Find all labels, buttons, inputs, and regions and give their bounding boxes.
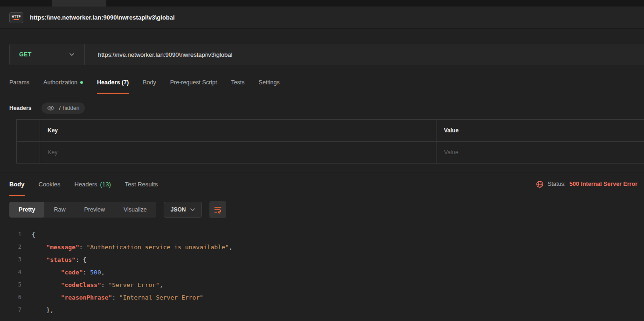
hidden-headers-label: 7 hidden: [58, 105, 79, 111]
request-title-url: https:\\nve.networker.lan:9090\nwrestapi…: [30, 14, 175, 21]
tab-label: Settings: [259, 79, 280, 86]
http-icon-label: HTTP: [12, 15, 21, 18]
line-number: 3: [0, 253, 21, 266]
request-url-bar: GET https:\\nve.networker.lan:9090\nwres…: [9, 44, 644, 65]
tab-tests[interactable]: Tests: [231, 71, 244, 94]
format-selector[interactable]: JSON: [164, 202, 202, 218]
chevron-down-icon: [190, 208, 195, 211]
headers-table: Key Value Key Value: [16, 119, 644, 164]
auth-configured-dot: [80, 81, 83, 84]
tab-label: Test Results: [125, 181, 158, 188]
headers-panel-title: Headers: [9, 105, 31, 111]
active-tab-indicator[interactable]: [52, 0, 106, 7]
response-tab-body[interactable]: Body: [9, 172, 25, 196]
tab-pre-request-script[interactable]: Pre-request Script: [170, 71, 217, 94]
view-raw-button[interactable]: Raw: [44, 202, 75, 218]
tab-label: Body: [143, 79, 156, 86]
wrap-lines-icon: [214, 205, 222, 214]
line-number: 5: [0, 279, 21, 291]
response-tabs-row: Body Cookies Headers (13) Test Results: [0, 172, 644, 196]
tab-label: Headers (7): [97, 79, 129, 86]
view-visualize-button[interactable]: Visualize: [114, 202, 156, 218]
response-body-code[interactable]: 1{2 "message": "Authentication service i…: [0, 224, 644, 316]
wrap-lines-button[interactable]: [209, 201, 226, 218]
value-column-header: Value: [436, 120, 644, 141]
view-preview-button[interactable]: Preview: [75, 202, 114, 218]
tab-settings[interactable]: Settings: [259, 71, 280, 94]
row-handle-column: [17, 120, 40, 141]
request-builder: GET https:\\nve.networker.lan:9090\nwres…: [0, 29, 644, 65]
request-url-input[interactable]: https:\\nve.networker.lan:9090\nwrestapi…: [85, 51, 232, 58]
request-tab-header: HTTP https:\\nve.networker.lan:9090\nwre…: [0, 7, 644, 29]
tab-authorization[interactable]: Authorization: [43, 71, 83, 94]
tab-label: Pre-request Script: [170, 79, 217, 86]
format-label: JSON: [171, 206, 186, 213]
code-line: 3 "status": {: [0, 253, 644, 266]
http-icon-underline: [14, 19, 19, 20]
code-line: 4 "code": 500,: [0, 266, 644, 279]
value-input[interactable]: Value: [436, 142, 644, 163]
response-view-controls: Pretty Raw Preview Visualize JSON: [0, 196, 644, 224]
postman-app: HTTP https:\\nve.networker.lan:9090\nwre…: [0, 0, 644, 321]
method-label: GET: [19, 51, 32, 58]
response-status: Status: 500 Internal Server Error: [536, 172, 637, 196]
hidden-headers-toggle[interactable]: 7 hidden: [42, 102, 85, 114]
tab-label: Cookies: [39, 181, 61, 188]
tab-params[interactable]: Params: [9, 71, 29, 94]
headers-count-badge: (13): [100, 181, 111, 188]
key-input[interactable]: Key: [40, 142, 436, 163]
http-icon: HTTP: [9, 12, 23, 23]
line-number: 2: [0, 241, 21, 253]
network-error-globe-icon: [536, 180, 544, 188]
eye-icon: [47, 105, 55, 111]
line-number: 1: [0, 228, 21, 241]
response-tab-headers[interactable]: Headers (13): [74, 172, 111, 196]
key-column-header: Key: [40, 120, 436, 141]
view-pretty-button[interactable]: Pretty: [9, 202, 44, 218]
tab-headers[interactable]: Headers (7): [97, 71, 129, 94]
code-line: 2 "message": "Authentication service is …: [0, 241, 644, 253]
status-label: Status:: [547, 181, 566, 187]
window-tab-strip: [0, 0, 644, 7]
response-tab-cookies[interactable]: Cookies: [39, 172, 61, 196]
line-number: 6: [0, 291, 21, 304]
tab-label: Params: [9, 79, 29, 86]
headers-table-header-row: Key Value: [17, 120, 644, 142]
request-tabs: Params Authorization Headers (7) Body Pr…: [0, 71, 644, 94]
method-selector[interactable]: GET: [10, 44, 84, 65]
code-line: 7 },: [0, 304, 644, 316]
tab-label: Headers: [74, 181, 97, 188]
headers-table-empty-row: Key Value: [17, 142, 644, 164]
tab-body[interactable]: Body: [143, 71, 156, 94]
response-tab-test-results[interactable]: Test Results: [125, 172, 158, 196]
code-line: 6 "reasonPhrase": "Internal Server Error…: [0, 291, 644, 304]
chevron-down-icon: [69, 53, 74, 56]
response-tabs: Body Cookies Headers (13) Test Results: [9, 172, 172, 196]
line-number: 4: [0, 266, 21, 279]
code-line: 5 "codeClass": "Server Error",: [0, 279, 644, 291]
row-handle-cell: [17, 142, 40, 163]
tab-label: Body: [9, 181, 25, 188]
code-line: 1{: [0, 228, 644, 241]
line-number: 7: [0, 304, 21, 316]
tab-label: Tests: [231, 79, 244, 86]
headers-panel-header: Headers 7 hidden: [0, 102, 644, 115]
status-value: 500 Internal Server Error: [569, 181, 637, 187]
response-section: Body Cookies Headers (13) Test Results: [0, 172, 644, 316]
response-view-switcher: Pretty Raw Preview Visualize: [9, 202, 156, 218]
tab-label: Authorization: [43, 79, 77, 86]
